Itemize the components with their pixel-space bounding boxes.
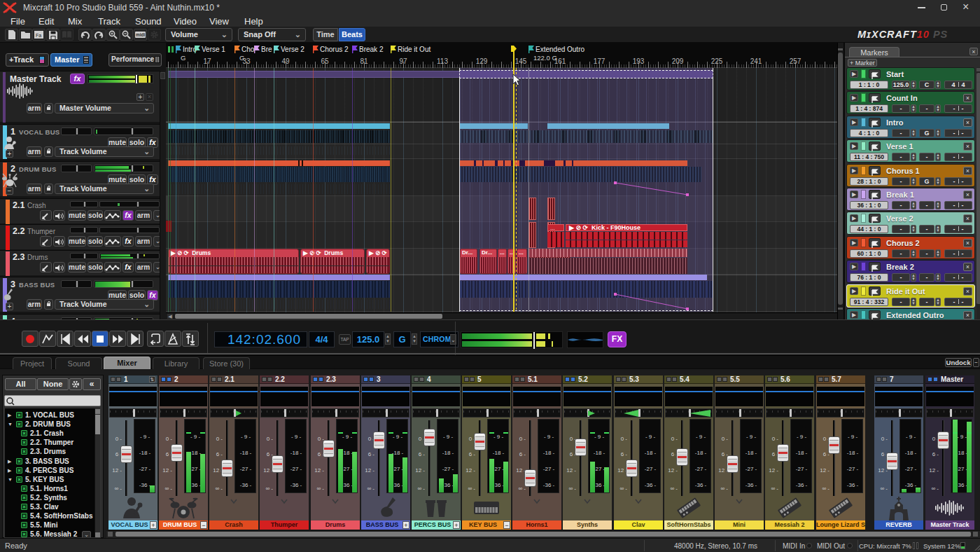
svg-text:Fa: Fa xyxy=(36,33,41,38)
svg-text:midi: midi xyxy=(136,32,146,37)
